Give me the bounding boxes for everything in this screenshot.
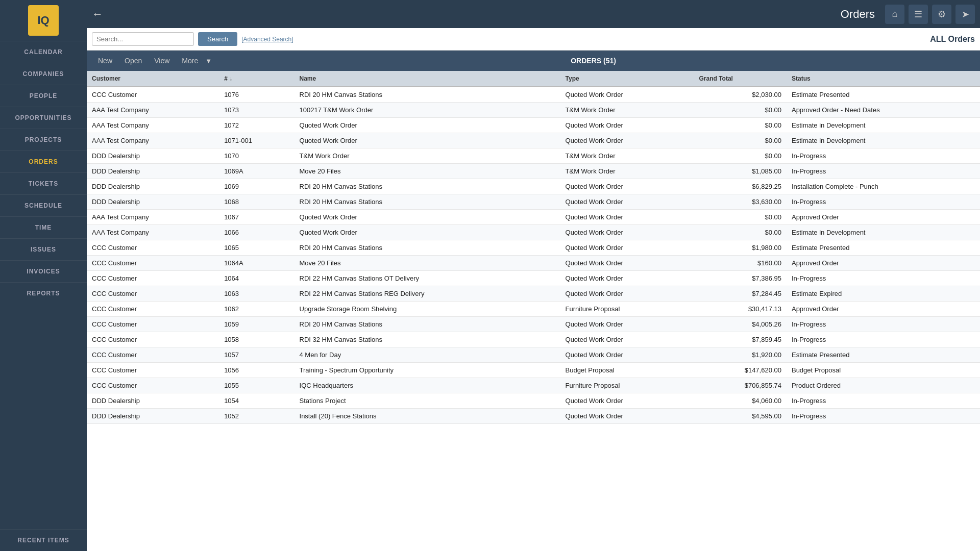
cell-name: RDI 20 HM Canvas Stations bbox=[295, 179, 560, 194]
sidebar-item-tickets[interactable]: TICKETS bbox=[0, 172, 87, 194]
cell-number: 1065 bbox=[219, 240, 294, 256]
sidebar-item-recent-items[interactable]: RECENT ITEMS bbox=[0, 529, 87, 551]
table-row[interactable]: CCC Customer 1065 RDI 20 HM Canvas Stati… bbox=[87, 240, 980, 256]
table-row[interactable]: DDD Dealership 1069A Move 20 Files T&M W… bbox=[87, 164, 980, 179]
col-header-name[interactable]: Name bbox=[295, 71, 560, 87]
cell-customer: CCC Customer bbox=[87, 302, 219, 317]
cell-number: 1076 bbox=[219, 87, 294, 103]
table-row[interactable]: CCC Customer 1059 RDI 20 HM Canvas Stati… bbox=[87, 317, 980, 332]
open-button[interactable]: Open bbox=[118, 54, 148, 68]
table-row[interactable]: CCC Customer 1076 RDI 20 HM Canvas Stati… bbox=[87, 87, 980, 103]
sidebar-item-companies[interactable]: COMPANIES bbox=[0, 63, 87, 85]
cell-grand-total: $6,829.25 bbox=[694, 179, 787, 194]
search-input[interactable] bbox=[92, 32, 194, 46]
cell-name: RDI 20 HM Canvas Stations bbox=[295, 194, 560, 210]
table-row[interactable]: AAA Test Company 1072 Quoted Work Order … bbox=[87, 118, 980, 133]
cell-number: 1069 bbox=[219, 179, 294, 194]
more-button[interactable]: More bbox=[176, 54, 204, 68]
cell-status: Approved Order - Need Dates bbox=[787, 103, 980, 118]
table-row[interactable]: DDD Dealership 1054 Stations Project Quo… bbox=[87, 393, 980, 409]
cell-type: T&M Work Order bbox=[560, 103, 694, 118]
col-header-grand-total[interactable]: Grand Total bbox=[694, 71, 787, 87]
cell-type: T&M Work Order bbox=[560, 148, 694, 164]
cell-type: Quoted Work Order bbox=[560, 118, 694, 133]
home-button[interactable]: ⌂ bbox=[885, 5, 904, 24]
all-orders-label: ALL Orders bbox=[930, 35, 975, 44]
cell-type: Quoted Work Order bbox=[560, 87, 694, 103]
col-header-status[interactable]: Status bbox=[787, 71, 980, 87]
table-row[interactable]: DDD Dealership 1052 Install (20) Fence S… bbox=[87, 409, 980, 424]
col-header-type[interactable]: Type bbox=[560, 71, 694, 87]
sidebar-item-invoices[interactable]: INVOICES bbox=[0, 260, 87, 282]
cell-customer: DDD Dealership bbox=[87, 409, 219, 424]
table-row[interactable]: AAA Test Company 1066 Quoted Work Order … bbox=[87, 225, 980, 240]
cell-number: 1056 bbox=[219, 363, 294, 378]
cell-type: T&M Work Order bbox=[560, 164, 694, 179]
view-button[interactable]: View bbox=[148, 54, 176, 68]
orders-table-container[interactable]: Customer # ↓ Name Type Grand Total Statu… bbox=[87, 71, 980, 551]
sidebar-item-schedule[interactable]: SCHEDULE bbox=[0, 194, 87, 216]
cell-number: 1068 bbox=[219, 194, 294, 210]
cell-customer: CCC Customer bbox=[87, 378, 219, 393]
cell-type: Quoted Work Order bbox=[560, 194, 694, 210]
cell-name: RDI 22 HM Canvas Stations OT Delivery bbox=[295, 271, 560, 286]
advanced-search-link[interactable]: [Advanced Search] bbox=[241, 36, 293, 43]
settings-button[interactable]: ⚙ bbox=[932, 5, 951, 24]
cell-grand-total: $1,980.00 bbox=[694, 240, 787, 256]
cell-grand-total: $0.00 bbox=[694, 210, 787, 225]
table-row[interactable]: CCC Customer 1063 RDI 22 HM Canvas Stati… bbox=[87, 286, 980, 302]
cell-name: RDI 22 HM Canvas Stations REG Delivery bbox=[295, 286, 560, 302]
cell-number: 1055 bbox=[219, 378, 294, 393]
search-button[interactable]: Search bbox=[198, 32, 237, 46]
cell-name: Training - Spectrum Opportunity bbox=[295, 363, 560, 378]
sidebar-item-calendar[interactable]: CALENDAR bbox=[0, 41, 87, 63]
col-header-customer[interactable]: Customer bbox=[87, 71, 219, 87]
cell-grand-total: $4,005.26 bbox=[694, 317, 787, 332]
cell-customer: CCC Customer bbox=[87, 317, 219, 332]
app-logo: IQ bbox=[28, 5, 59, 36]
table-row[interactable]: AAA Test Company 1073 100217 T&M Work Or… bbox=[87, 103, 980, 118]
back-button[interactable]: ← bbox=[92, 8, 103, 21]
table-row[interactable]: CCC Customer 1064A Move 20 Files Quoted … bbox=[87, 256, 980, 271]
cell-type: Quoted Work Order bbox=[560, 271, 694, 286]
sidebar-item-projects[interactable]: PROJECTS bbox=[0, 129, 87, 151]
cell-type: Quoted Work Order bbox=[560, 256, 694, 271]
cell-number: 1063 bbox=[219, 286, 294, 302]
cell-status: Estimate Presented bbox=[787, 347, 980, 363]
cell-type: Quoted Work Order bbox=[560, 347, 694, 363]
sidebar-item-people[interactable]: PEOPLE bbox=[0, 85, 87, 107]
cell-name: Install (20) Fence Stations bbox=[295, 409, 560, 424]
sidebar-item-opportunities[interactable]: OPPORTUNITIES bbox=[0, 107, 87, 129]
table-row[interactable]: CCC Customer 1056 Training - Spectrum Op… bbox=[87, 363, 980, 378]
sidebar-item-reports[interactable]: REPORTS bbox=[0, 282, 87, 304]
logout-button[interactable]: ➤ bbox=[955, 5, 975, 24]
table-row[interactable]: CCC Customer 1062 Upgrade Storage Room S… bbox=[87, 302, 980, 317]
table-row[interactable]: DDD Dealership 1070 T&M Work Order T&M W… bbox=[87, 148, 980, 164]
cell-status: Estimate Presented bbox=[787, 87, 980, 103]
top-icons-container: ⌂ ☰ ⚙ ➤ bbox=[885, 5, 975, 24]
sidebar-item-issues[interactable]: ISSUES bbox=[0, 238, 87, 260]
cell-customer: DDD Dealership bbox=[87, 194, 219, 210]
table-row[interactable]: DDD Dealership 1069 RDI 20 HM Canvas Sta… bbox=[87, 179, 980, 194]
table-row[interactable]: DDD Dealership 1068 RDI 20 HM Canvas Sta… bbox=[87, 194, 980, 210]
more-menu[interactable]: More ▼ bbox=[176, 54, 212, 68]
table-row[interactable]: CCC Customer 1064 RDI 22 HM Canvas Stati… bbox=[87, 271, 980, 286]
table-row[interactable]: CCC Customer 1055 IQC Headquarters Furni… bbox=[87, 378, 980, 393]
cell-grand-total: $7,859.45 bbox=[694, 332, 787, 347]
new-button[interactable]: New bbox=[92, 54, 118, 68]
sidebar-item-time[interactable]: TIME bbox=[0, 216, 87, 238]
cell-grand-total: $2,030.00 bbox=[694, 87, 787, 103]
table-row[interactable]: AAA Test Company 1071-001 Quoted Work Or… bbox=[87, 133, 980, 148]
cell-name: RDI 20 HM Canvas Stations bbox=[295, 87, 560, 103]
cell-type: Quoted Work Order bbox=[560, 179, 694, 194]
cell-name: Quoted Work Order bbox=[295, 118, 560, 133]
table-row[interactable]: AAA Test Company 1067 Quoted Work Order … bbox=[87, 210, 980, 225]
building-button[interactable]: ☰ bbox=[909, 5, 928, 24]
cell-status: Approved Order bbox=[787, 302, 980, 317]
table-row[interactable]: CCC Customer 1057 4 Men for Day Quoted W… bbox=[87, 347, 980, 363]
table-row[interactable]: CCC Customer 1058 RDI 32 HM Canvas Stati… bbox=[87, 332, 980, 347]
table-header: Customer # ↓ Name Type Grand Total Statu… bbox=[87, 71, 980, 87]
cell-number: 1073 bbox=[219, 103, 294, 118]
sidebar-item-orders[interactable]: ORDERS bbox=[0, 151, 87, 172]
col-header-number[interactable]: # ↓ bbox=[219, 71, 294, 87]
